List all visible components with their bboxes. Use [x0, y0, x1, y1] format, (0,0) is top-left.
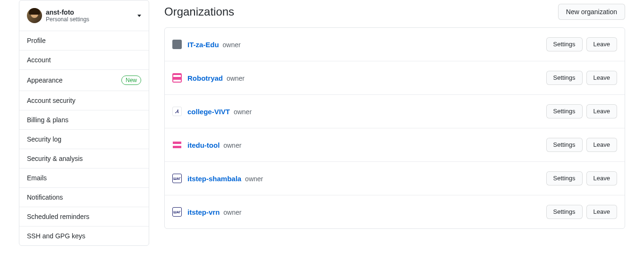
leave-button[interactable]: Leave	[586, 104, 617, 118]
leave-button[interactable]: Leave	[586, 138, 617, 152]
org-link[interactable]: itedu-tool	[187, 141, 220, 149]
settings-button[interactable]: Settings	[546, 205, 583, 219]
org-link[interactable]: itstep-vrn	[187, 208, 220, 216]
org-actions: Settings Leave	[546, 138, 617, 152]
org-role: owner	[234, 108, 252, 116]
org-info: itedu-tool owner	[187, 141, 546, 149]
organization-list: IT-za-Edu owner Settings Leave Robotryad…	[164, 27, 625, 229]
org-row: 𝓐 college-VIVT owner Settings Leave	[165, 95, 625, 128]
nav-label: Profile	[27, 37, 46, 44]
user-context-switcher[interactable]: anst-foto Personal settings	[19, 0, 149, 31]
org-actions: Settings Leave	[546, 37, 617, 51]
org-avatar-icon: ШАГ	[172, 174, 182, 183]
org-role: owner	[227, 75, 245, 82]
nav-item-security-log[interactable]: Security log	[19, 129, 149, 149]
leave-button[interactable]: Leave	[586, 71, 617, 85]
new-badge: New	[121, 76, 141, 85]
settings-nav: Profile Account Appearance New Account s…	[19, 31, 149, 245]
org-row: Robotryad owner Settings Leave	[165, 61, 625, 95]
org-row: itedu-tool owner Settings Leave	[165, 128, 625, 162]
org-actions: Settings Leave	[546, 71, 617, 85]
nav-label: Scheduled reminders	[27, 213, 89, 220]
org-avatar-icon: 𝓐	[172, 107, 182, 116]
sidebar-box: anst-foto Personal settings Profile Acco…	[19, 0, 149, 246]
page-title: Organizations	[164, 5, 234, 18]
nav-label: Billing & plans	[27, 116, 68, 124]
nav-label: Account	[27, 56, 51, 64]
settings-sidebar: anst-foto Personal settings Profile Acco…	[19, 0, 149, 246]
org-info: IT-za-Edu owner	[187, 41, 546, 49]
nav-item-security-analysis[interactable]: Security & analysis	[19, 149, 149, 168]
org-actions: Settings Leave	[546, 171, 617, 185]
settings-button[interactable]: Settings	[546, 37, 583, 51]
nav-item-account-security[interactable]: Account security	[19, 91, 149, 110]
org-row: IT-za-Edu owner Settings Leave	[165, 28, 625, 61]
org-link[interactable]: college-VIVT	[187, 108, 230, 116]
user-info: anst-foto Personal settings	[46, 8, 134, 23]
nav-label: Notifications	[27, 193, 63, 201]
page-header: Organizations New organization	[164, 0, 625, 20]
org-actions: Settings Leave	[546, 205, 617, 219]
org-info: college-VIVT owner	[187, 108, 546, 116]
org-link[interactable]: Robotryad	[187, 74, 223, 82]
settings-button[interactable]: Settings	[546, 171, 583, 185]
org-avatar-icon	[172, 40, 182, 49]
avatar	[27, 8, 42, 23]
org-info: Robotryad owner	[187, 74, 546, 82]
nav-label: Appearance	[27, 76, 63, 84]
settings-button[interactable]: Settings	[546, 71, 583, 85]
org-row: ШАГ itstep-vrn owner Settings Leave	[165, 195, 625, 228]
org-role: owner	[223, 142, 241, 149]
org-role: owner	[245, 175, 263, 183]
nav-label: Emails	[27, 174, 47, 182]
caret-down-icon	[137, 15, 141, 17]
nav-item-emails[interactable]: Emails	[19, 168, 149, 187]
nav-item-profile[interactable]: Profile	[19, 31, 149, 50]
nav-label: Security & analysis	[27, 155, 83, 162]
org-role: owner	[223, 209, 241, 216]
org-avatar-icon	[172, 140, 182, 150]
settings-button[interactable]: Settings	[546, 138, 583, 152]
nav-item-account[interactable]: Account	[19, 50, 149, 69]
org-avatar-icon	[172, 73, 182, 83]
org-link[interactable]: IT-za-Edu	[187, 41, 219, 49]
org-role: owner	[223, 41, 241, 49]
nav-label: SSH and GPG keys	[27, 232, 85, 240]
org-info: itstep-shambala owner	[187, 175, 546, 183]
nav-item-appearance[interactable]: Appearance New	[19, 69, 149, 91]
org-row: ШАГ itstep-shambala owner Settings Leave	[165, 162, 625, 195]
org-info: itstep-vrn owner	[187, 208, 546, 216]
settings-button[interactable]: Settings	[546, 104, 583, 118]
leave-button[interactable]: Leave	[586, 171, 617, 185]
new-organization-button[interactable]: New organization	[558, 4, 625, 20]
nav-item-ssh-gpg[interactable]: SSH and GPG keys	[19, 226, 149, 245]
org-avatar-icon: ШАГ	[172, 207, 182, 217]
nav-label: Security log	[27, 135, 61, 143]
leave-button[interactable]: Leave	[586, 205, 617, 219]
nav-item-billing[interactable]: Billing & plans	[19, 110, 149, 129]
user-subtitle: Personal settings	[46, 16, 134, 23]
nav-item-notifications[interactable]: Notifications	[19, 187, 149, 207]
org-actions: Settings Leave	[546, 104, 617, 118]
nav-label: Account security	[27, 97, 76, 104]
main-content: Organizations New organization IT-za-Edu…	[164, 0, 625, 246]
username: anst-foto	[46, 8, 134, 16]
leave-button[interactable]: Leave	[586, 37, 617, 51]
nav-item-scheduled-reminders[interactable]: Scheduled reminders	[19, 207, 149, 226]
org-link[interactable]: itstep-shambala	[187, 175, 241, 183]
